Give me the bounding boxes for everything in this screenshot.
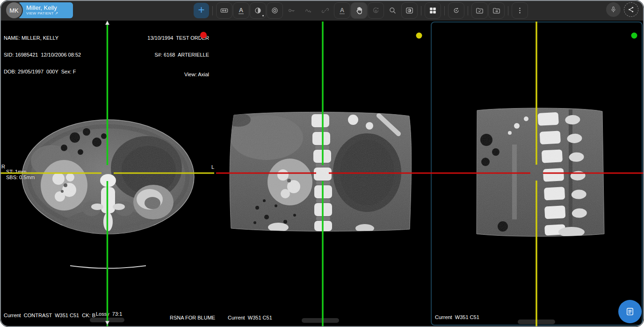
toolbar-separator [468, 6, 468, 15]
reset-button[interactable] [448, 2, 464, 19]
rotate-button[interactable] [368, 2, 384, 19]
green-series-indicator-dot [631, 33, 637, 39]
kebab-menu-icon [515, 6, 524, 15]
microphone-button[interactable] [606, 2, 621, 17]
target-button[interactable] [267, 2, 283, 19]
rotate-icon [371, 6, 380, 15]
hand-icon [355, 6, 363, 15]
share-icon [627, 6, 635, 14]
avatar[interactable]: MK [6, 2, 22, 18]
magnify-button[interactable] [384, 2, 401, 19]
report-fab-button[interactable] [618, 300, 642, 323]
export-study-button[interactable] [488, 2, 505, 19]
viewer-window: MK Miller, Kelly VIEW PATIENT ↗ + A [0, 0, 644, 327]
ruler-icon [220, 6, 229, 15]
split-compare-icon [405, 6, 414, 15]
freehand-button[interactable] [300, 2, 317, 19]
crosshair-arrow-down[interactable] [105, 321, 109, 325]
topbar-right [606, 2, 638, 17]
compare-button[interactable] [401, 2, 418, 19]
target-icon [270, 6, 279, 15]
add-button[interactable]: + [194, 3, 209, 18]
scribble-icon [304, 6, 313, 15]
window-level-indicator-dot [262, 15, 264, 16]
pan-button[interactable] [351, 2, 367, 19]
red-series-indicator-dot [200, 32, 207, 38]
crosshair-arrow-up[interactable] [105, 21, 109, 25]
crosshair-layer [0, 21, 644, 327]
toolbar-separator [508, 6, 508, 15]
toolbar-separator [212, 6, 213, 15]
folder-check-icon [475, 6, 484, 15]
folder-export-icon [492, 6, 501, 15]
annotate-button[interactable]: A [233, 2, 249, 19]
patient-chip[interactable]: Miller, Kelly VIEW PATIENT ↗ [18, 2, 73, 18]
reset-icon [452, 6, 461, 15]
key-button[interactable] [283, 2, 300, 19]
window-level-icon [253, 6, 262, 15]
layout-button[interactable] [425, 2, 441, 19]
plus-icon: + [198, 4, 204, 15]
measure-button[interactable] [216, 2, 232, 19]
grid-icon [428, 6, 437, 15]
text-annotate-icon: A [239, 7, 244, 14]
toolbar-separator [421, 6, 421, 15]
share-button[interactable] [624, 2, 638, 17]
open-study-button[interactable] [471, 2, 488, 19]
key-icon [287, 6, 296, 15]
text-icon: A [340, 7, 345, 14]
yellow-series-indicator-dot [416, 33, 422, 39]
window-level-button[interactable] [250, 2, 266, 19]
toolbar-buttons: + A [194, 2, 528, 19]
link-icon [321, 6, 330, 15]
link-button[interactable] [317, 2, 333, 19]
mpr-viewport: NAME: MILLER, KELLY SID: 16985421 12/10/… [0, 21, 644, 327]
top-toolbar: MK Miller, Kelly VIEW PATIENT ↗ + A [0, 0, 644, 21]
toolbar-separator [444, 6, 445, 15]
report-document-icon [625, 307, 635, 316]
magnifier-icon [388, 6, 397, 15]
view-patient-link[interactable]: VIEW PATIENT ↗ [26, 11, 73, 16]
text-button[interactable]: A [334, 2, 350, 19]
patient-name: Miller, Kelly [26, 5, 73, 11]
more-options-button[interactable] [512, 2, 528, 19]
microphone-icon [609, 6, 617, 14]
